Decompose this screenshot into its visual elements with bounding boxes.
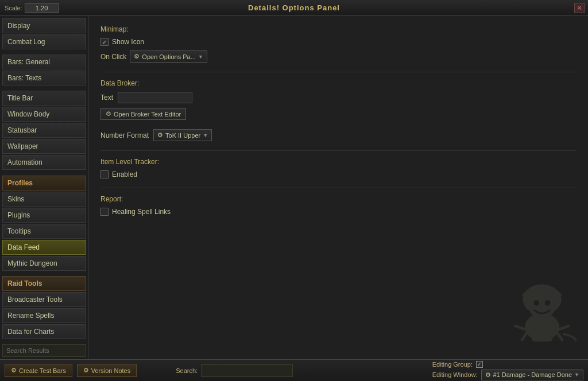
separator-1 bbox=[100, 72, 577, 72]
sidebar-item-bars-texts[interactable]: Bars: Texts bbox=[2, 71, 86, 85]
version-notes-icon: ⚙ bbox=[83, 367, 89, 374]
text-row: Text bbox=[100, 92, 577, 103]
editing-section: Editing Group: ✓ Editing Window: ⚙ #1 Da… bbox=[432, 361, 583, 380]
healing-spell-links-row: Healing Spell Links bbox=[100, 208, 577, 216]
bottom-bar: ⚙ Create Test Bars ⚙ Version Notes Searc… bbox=[0, 359, 588, 381]
separator-2 bbox=[100, 150, 577, 151]
onclick-dropdown-arrow: ▼ bbox=[198, 54, 203, 60]
svg-rect-5 bbox=[532, 317, 552, 341]
editing-window-dropdown[interactable]: ⚙ #1 Damage - Damage Done ▼ bbox=[481, 370, 584, 380]
open-broker-icon: ⚙ bbox=[106, 110, 111, 118]
editing-window-icon: ⚙ bbox=[485, 371, 491, 379]
close-button[interactable]: ✕ bbox=[574, 3, 585, 13]
svg-point-2 bbox=[523, 285, 561, 315]
editing-window-row: Editing Window: ⚙ #1 Damage - Damage Don… bbox=[432, 370, 583, 380]
healing-spell-links-label: Healing Spell Links bbox=[112, 208, 171, 216]
number-format-icon: ⚙ bbox=[157, 131, 163, 139]
editing-window-value: #1 Damage - Damage Done bbox=[493, 371, 572, 378]
scale-label: Scale: bbox=[5, 5, 22, 11]
report-label: Report: bbox=[100, 195, 577, 203]
sidebar-item-data-feed[interactable]: Data Feed bbox=[2, 240, 86, 255]
separator-3 bbox=[100, 188, 577, 188]
number-format-value: ToK II Upper bbox=[165, 132, 200, 139]
text-input[interactable] bbox=[118, 92, 192, 103]
search-label: Search: bbox=[176, 367, 198, 374]
sidebar-item-window-body[interactable]: Window Body bbox=[2, 107, 86, 122]
sidebar-item-automation[interactable]: Automation bbox=[2, 155, 86, 170]
minimap-label: Minimap: bbox=[100, 25, 577, 33]
data-broker-label: Data Broker: bbox=[100, 79, 577, 87]
sidebar-separator-3 bbox=[2, 171, 86, 174]
sidebar-item-data-for-charts[interactable]: Data for Charts bbox=[2, 324, 86, 339]
onclick-label: On Click bbox=[100, 53, 126, 61]
onclick-row: On Click ⚙ Open Options Pa... ▼ bbox=[100, 50, 577, 63]
sidebar-item-statusbar[interactable]: Statusbar bbox=[2, 123, 86, 138]
sidebar-item-skins[interactable]: Skins bbox=[2, 192, 86, 207]
show-icon-checkbox[interactable] bbox=[100, 38, 109, 46]
item-level-tracker-section: Item Level Tracker: Enabled bbox=[100, 158, 577, 178]
sidebar-separator-2 bbox=[2, 87, 86, 90]
sidebar-item-broadcaster-tools[interactable]: Broadcaster Tools bbox=[2, 292, 86, 307]
sidebar-item-title-bar[interactable]: Title Bar bbox=[2, 91, 86, 106]
open-broker-text-editor-button[interactable]: ⚙ Open Broker Text Editor bbox=[100, 108, 186, 120]
editing-group-label: Editing Group: bbox=[432, 361, 473, 368]
enabled-label: Enabled bbox=[112, 170, 137, 178]
sidebar-item-profiles[interactable]: Profiles bbox=[2, 176, 86, 190]
main-layout: Display Combat Log Bars: General Bars: T… bbox=[0, 16, 588, 359]
sidebar-item-mythic-dungeon[interactable]: Mythic Dungeon bbox=[2, 256, 86, 271]
svg-point-3 bbox=[534, 300, 540, 306]
create-test-bars-button[interactable]: ⚙ Create Test Bars bbox=[5, 364, 72, 377]
editing-group-checkbox[interactable]: ✓ bbox=[476, 361, 483, 368]
report-section: Report: Healing Spell Links bbox=[100, 195, 577, 216]
editing-window-label: Editing Window: bbox=[432, 371, 478, 378]
sidebar-item-wallpaper[interactable]: Wallpaper bbox=[2, 139, 86, 154]
scale-value: 1.20 bbox=[25, 3, 59, 13]
sidebar-item-combat-log[interactable]: Combat Log bbox=[2, 34, 86, 49]
open-broker-label: Open Broker Text Editor bbox=[114, 111, 181, 118]
onclick-dropdown-icon: ⚙ bbox=[134, 53, 140, 60]
sidebar: Display Combat Log Bars: General Bars: T… bbox=[0, 16, 89, 359]
data-broker-section: Data Broker: Text ⚙ Open Broker Text Edi… bbox=[100, 79, 577, 141]
sidebar-item-display[interactable]: Display bbox=[2, 18, 86, 33]
enabled-checkbox[interactable] bbox=[100, 170, 109, 178]
sidebar-item-bars-general[interactable]: Bars: General bbox=[2, 55, 86, 69]
onclick-dropdown-label: Open Options Pa... bbox=[142, 53, 196, 60]
text-label: Text bbox=[100, 94, 113, 102]
create-test-bars-label: Create Test Bars bbox=[19, 367, 66, 374]
search-section: Search: bbox=[176, 364, 293, 377]
search-results-input[interactable] bbox=[2, 344, 86, 357]
sidebar-item-raid-tools[interactable]: Raid Tools bbox=[2, 276, 86, 291]
content-area: Minimap: Show Icon On Click ⚙ Open Optio… bbox=[89, 16, 588, 359]
minimap-section: Minimap: Show Icon On Click ⚙ Open Optio… bbox=[100, 25, 577, 63]
window-title: Details! Options Panel bbox=[248, 3, 340, 12]
title-bar: Scale: 1.20 Details! Options Panel ✕ bbox=[0, 0, 588, 16]
healing-spell-links-checkbox[interactable] bbox=[100, 208, 109, 216]
sidebar-item-rename-spells[interactable]: Rename Spells bbox=[2, 308, 86, 323]
sidebar-separator-4 bbox=[2, 272, 86, 275]
editing-window-arrow: ▼ bbox=[574, 372, 579, 378]
version-notes-label: Version Notes bbox=[91, 367, 130, 374]
item-level-tracker-label: Item Level Tracker: bbox=[100, 158, 577, 166]
number-format-dropdown[interactable]: ⚙ ToK II Upper ▼ bbox=[153, 129, 212, 141]
sidebar-separator-5 bbox=[2, 340, 86, 343]
sidebar-item-plugins[interactable]: Plugins bbox=[2, 208, 86, 223]
number-format-arrow: ▼ bbox=[203, 133, 208, 138]
number-format-label: Number Format bbox=[100, 131, 149, 139]
show-icon-row: Show Icon bbox=[100, 38, 577, 46]
create-test-bars-icon: ⚙ bbox=[11, 367, 17, 374]
onclick-dropdown[interactable]: ⚙ Open Options Pa... ▼ bbox=[130, 50, 207, 63]
lion-watermark bbox=[508, 279, 577, 348]
editing-group-row: Editing Group: ✓ bbox=[432, 361, 583, 368]
search-input[interactable] bbox=[201, 364, 293, 377]
enabled-row: Enabled bbox=[100, 170, 577, 178]
svg-point-4 bbox=[545, 300, 551, 306]
number-format-row: Number Format ⚙ ToK II Upper ▼ bbox=[100, 129, 577, 141]
sidebar-item-tooltips[interactable]: Tooltips bbox=[2, 224, 86, 239]
show-icon-label: Show Icon bbox=[112, 38, 144, 46]
scale-section: Scale: 1.20 bbox=[5, 3, 59, 13]
version-notes-button[interactable]: ⚙ Version Notes bbox=[77, 364, 137, 377]
sidebar-separator-1 bbox=[2, 50, 86, 53]
open-broker-btn-row: ⚙ Open Broker Text Editor bbox=[100, 108, 577, 125]
